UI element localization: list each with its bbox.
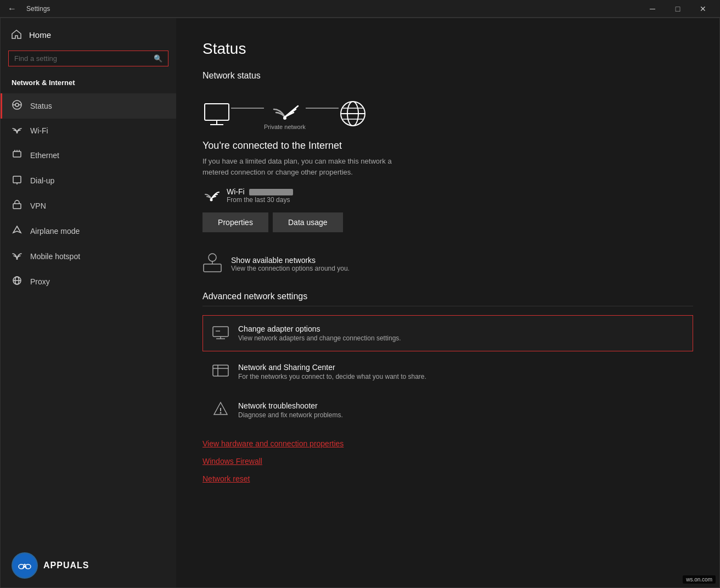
sidebar-nav: Status Wi-Fi Ethernet Dial-up VPN Airpla… <box>1 93 176 294</box>
private-network-label: Private network <box>264 124 306 130</box>
sidebar-label-status: Status <box>30 102 52 110</box>
change-adapter-title[interactable]: Change adapter options <box>238 324 401 333</box>
connected-title: You're connected to the Internet <box>203 140 693 152</box>
link-0[interactable]: View hardware and connection properties <box>203 435 693 452</box>
sidebar: Home 🔍 Network & Internet Status Wi-Fi E… <box>1 18 176 587</box>
close-button[interactable]: ✕ <box>690 0 716 18</box>
page-title: Status <box>203 40 693 58</box>
search-input[interactable] <box>14 54 149 63</box>
svg-rect-34 <box>213 327 228 337</box>
svg-point-1 <box>15 103 19 107</box>
wifi-ssid-blurred <box>249 189 293 195</box>
link-2[interactable]: Network reset <box>203 470 693 488</box>
network-status-title: Network status <box>203 71 693 81</box>
svg-point-30 <box>210 199 213 201</box>
show-networks-option[interactable]: Show available networks View the connect… <box>203 248 693 281</box>
troubleshooter-title[interactable]: Network troubleshooter <box>238 401 343 410</box>
sidebar-label-vpn: VPN <box>30 201 46 210</box>
action-buttons: Properties Data usage <box>203 212 693 232</box>
vpn-icon <box>12 200 22 212</box>
minimize-button[interactable]: ─ <box>640 0 665 18</box>
window-controls: ─ □ ✕ <box>640 0 716 18</box>
sidebar-section-title: Network & Internet <box>1 74 176 93</box>
networks-icon <box>203 253 222 275</box>
app-title: Settings <box>26 5 50 13</box>
main-content: Status Network status <box>176 18 719 587</box>
sidebar-item-hotspot[interactable]: Mobile hotspot <box>1 244 176 269</box>
sharing-center-sub: For the networks you connect to, decide … <box>238 373 426 380</box>
svg-rect-38 <box>213 365 228 376</box>
wifi-name: Wi-Fi <box>227 187 293 196</box>
sidebar-item-vpn[interactable]: VPN <box>1 193 176 219</box>
wifi-node: Private network <box>264 97 306 130</box>
change-adapter-sub: View network adapters and change connect… <box>238 334 401 342</box>
connected-sub: If you have a limited data plan, you can… <box>203 156 693 177</box>
titlebar: ← Settings ─ □ ✕ <box>0 0 720 18</box>
svg-rect-31 <box>204 264 221 272</box>
sidebar-label-ethernet: Ethernet <box>30 151 59 160</box>
maximize-button[interactable]: □ <box>665 0 690 18</box>
sidebar-logo: A APPUALS <box>1 544 176 587</box>
adv-item-troubleshooter[interactable]: Network troubleshooter Diagnose and fix … <box>203 392 693 428</box>
sidebar-label-dialup: Dial-up <box>30 176 54 185</box>
network-graphic: Private network <box>203 92 693 136</box>
divider <box>203 306 693 306</box>
line2 <box>306 108 339 109</box>
status-icon <box>12 100 22 112</box>
home-icon <box>12 29 21 41</box>
sharing-center-icon <box>212 362 229 382</box>
svg-rect-21 <box>205 104 229 120</box>
wifi-row: Wi-Fi From the last 30 days <box>203 187 693 204</box>
sidebar-item-status[interactable]: Status <box>1 93 176 119</box>
troubleshooter-icon <box>212 400 229 420</box>
proxy-icon <box>12 276 22 288</box>
sidebar-label-wifi: Wi-Fi <box>30 126 48 135</box>
sidebar-item-dialup[interactable]: Dial-up <box>1 168 176 193</box>
sidebar-item-ethernet[interactable]: Ethernet <box>1 143 176 168</box>
sidebar-item-wifi[interactable]: Wi-Fi <box>1 119 176 143</box>
link-1[interactable]: Windows Firewall <box>203 452 693 470</box>
line1 <box>231 108 264 109</box>
watermark: ws.on.com <box>683 575 716 584</box>
links-list: View hardware and connection propertiesW… <box>203 435 693 488</box>
advanced-items: Change adapter options View network adap… <box>203 315 693 428</box>
computer-node <box>203 102 231 126</box>
show-networks-title[interactable]: Show available networks <box>231 256 350 265</box>
search-icon: 🔍 <box>154 54 162 63</box>
sidebar-item-proxy[interactable]: Proxy <box>1 269 176 294</box>
svg-point-12 <box>16 258 18 260</box>
svg-point-42 <box>220 412 222 414</box>
sidebar-label-proxy: Proxy <box>30 277 50 286</box>
data-usage-button[interactable]: Data usage <box>273 212 343 232</box>
sidebar-item-airplane[interactable]: Airplane mode <box>1 219 176 244</box>
search-box: 🔍 <box>8 51 168 66</box>
back-button[interactable]: ← <box>4 1 20 16</box>
svg-rect-11 <box>13 204 21 209</box>
sidebar-label-hotspot: Mobile hotspot <box>30 252 80 261</box>
wifi-period: From the last 30 days <box>227 196 293 204</box>
properties-button[interactable]: Properties <box>203 212 268 232</box>
adv-item-sharing-center[interactable]: Network and Sharing Center For the netwo… <box>203 354 693 390</box>
logo-text: APPUALS <box>43 561 89 570</box>
hotspot-icon <box>12 250 22 262</box>
sidebar-home-button[interactable]: Home <box>1 23 176 47</box>
wifi-icon <box>12 125 22 136</box>
logo-image: A <box>12 552 38 579</box>
show-networks-sub: View the connection options around you. <box>231 265 350 272</box>
home-label: Home <box>29 30 51 40</box>
globe-node <box>339 99 367 128</box>
airplane-icon <box>12 225 22 237</box>
change-adapter-icon <box>212 323 229 343</box>
svg-point-24 <box>283 116 286 120</box>
svg-point-4 <box>16 132 18 133</box>
app-container: Home 🔍 Network & Internet Status Wi-Fi E… <box>0 18 720 588</box>
adv-item-change-adapter[interactable]: Change adapter options View network adap… <box>203 315 693 351</box>
sharing-center-title[interactable]: Network and Sharing Center <box>238 363 426 372</box>
svg-rect-9 <box>13 176 21 183</box>
sidebar-label-airplane: Airplane mode <box>30 227 80 236</box>
dialup-icon <box>12 175 22 187</box>
advanced-title: Advanced network settings <box>203 292 693 301</box>
ethernet-icon <box>12 149 22 161</box>
troubleshooter-sub: Diagnose and fix network problems. <box>238 411 343 419</box>
svg-point-32 <box>209 254 216 261</box>
